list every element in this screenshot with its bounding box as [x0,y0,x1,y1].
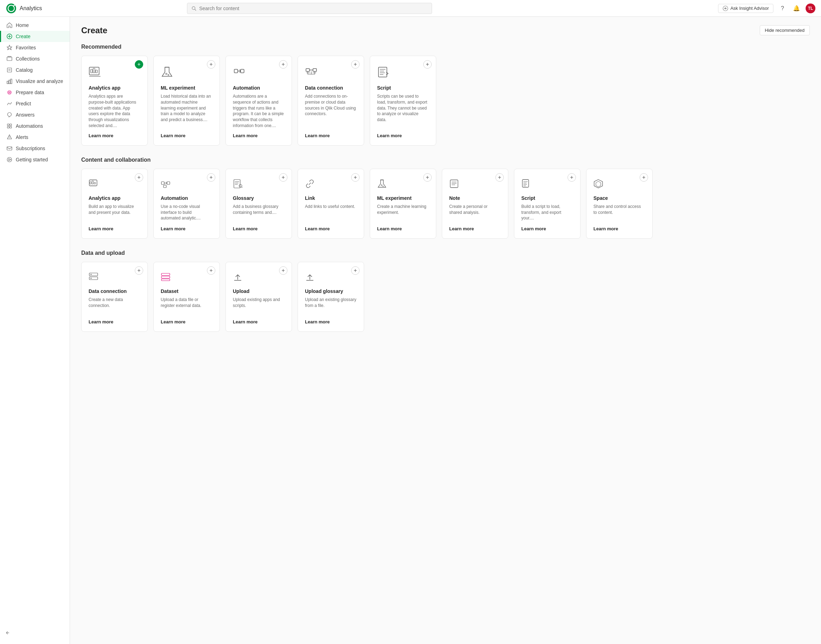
card-du-upload-glossary[interactable]: + Upload glossary Upload an existing glo… [298,262,364,332]
cc-glossary-icon [233,179,285,191]
add-cc-glossary-button[interactable]: + [279,173,287,182]
hide-recommended-button[interactable]: Hide recommended [760,25,810,35]
svg-rect-34 [91,69,92,73]
du-dataset-learn[interactable]: Learn more [161,319,213,324]
cc-analytics-app-learn[interactable]: Learn more [89,226,140,232]
add-du-upload-glossary-button[interactable]: + [351,266,359,275]
svg-rect-13 [7,68,12,72]
logo[interactable]: Analytics [6,3,42,14]
sidebar-item-favorites[interactable]: Favorites [0,42,70,53]
sidebar-item-visualize[interactable]: Visualize and analyze [0,76,70,87]
svg-rect-35 [93,68,95,73]
add-ml-experiment-button[interactable]: + [207,60,215,69]
app-name: Analytics [20,5,42,12]
search-input[interactable] [199,6,428,11]
sidebar-item-catalog[interactable]: Catalog [0,64,70,76]
add-du-dataset-button[interactable]: + [207,266,215,275]
add-analytics-app-button[interactable]: + [135,60,143,69]
cc-ml-experiment-desc: Create a machine learning experiment. [377,204,429,222]
data-connection-learn[interactable]: Learn more [305,133,357,138]
card-cc-note[interactable]: + Note Create a personal or shared analy… [442,169,508,239]
cc-note-learn[interactable]: Learn more [449,226,501,232]
svg-marker-31 [9,159,11,161]
sidebar-collapse-button[interactable] [0,627,70,638]
svg-rect-45 [313,69,316,71]
sidebar-item-alerts[interactable]: Alerts [0,132,70,143]
cc-ml-experiment-name: ML experiment [377,195,429,201]
sidebar-item-predict[interactable]: Predict [0,98,70,109]
sidebar-item-automations[interactable]: Automations [0,120,70,132]
script-name: Script [377,85,429,90]
catalog-icon [7,67,12,73]
card-script[interactable]: + Script Scripts can be used to load, tr… [370,56,436,146]
cc-ml-experiment-learn[interactable]: Learn more [377,226,429,232]
sidebar-item-create[interactable]: Create [0,31,70,42]
answers-icon [7,112,12,118]
cc-link-learn[interactable]: Learn more [305,226,357,232]
card-cc-glossary[interactable]: + Glossary Add a business glossary conta… [226,169,292,239]
add-du-data-connection-button[interactable]: + [135,266,143,275]
cc-glossary-learn[interactable]: Learn more [233,226,285,232]
card-data-connection[interactable]: + Data connection Add connections to on-… [298,56,364,146]
content-collaboration-section: Content and collaboration + Analytics ap… [81,157,810,239]
sidebar-item-prepare[interactable]: Prepare data [0,87,70,98]
automation-learn[interactable]: Learn more [233,133,285,138]
card-cc-automation[interactable]: + Automation Use a no-code visual interf… [153,169,220,239]
svg-marker-82 [594,179,603,188]
script-learn[interactable]: Learn more [377,133,429,138]
card-automation[interactable]: + Automation Automations are a sequence … [226,56,292,146]
card-cc-space[interactable]: + Space Share and control access to cont… [586,169,652,239]
analytics-app-icon [89,66,140,81]
sidebar-item-subscriptions[interactable]: Subscriptions [0,143,70,154]
svg-point-6 [725,8,726,9]
add-cc-space-button[interactable]: + [640,173,648,182]
sidebar-item-getting-started[interactable]: Getting started [0,154,70,165]
svg-rect-29 [7,147,12,150]
avatar[interactable]: TL [806,3,815,13]
card-cc-ml-experiment[interactable]: + ML experiment Create a machine learnin… [370,169,436,239]
card-analytics-app[interactable]: + Analytics app Analytics apps are purpo… [81,56,148,146]
svg-point-68 [239,184,242,187]
favorites-icon [7,45,12,51]
sidebar-item-collections[interactable]: Collections [0,53,70,64]
card-du-data-connection[interactable]: + Data connection Create a new data conn… [81,262,148,332]
sidebar-item-answers[interactable]: Answers [0,109,70,120]
sidebar-item-home[interactable]: Home [0,20,70,31]
add-cc-analytics-app-button[interactable]: + [135,173,143,182]
insight-advisor-button[interactable]: Ask Insight Advisor [718,4,773,13]
visualize-icon [7,78,12,84]
du-data-connection-learn[interactable]: Learn more [89,319,140,324]
card-du-dataset[interactable]: + Dataset Upload a data file or register… [153,262,220,332]
add-automation-button[interactable]: + [279,60,287,69]
search-bar[interactable] [187,3,432,14]
analytics-app-learn[interactable]: Learn more [89,133,140,138]
svg-rect-48 [379,67,387,77]
svg-line-22 [9,117,9,117]
card-cc-script[interactable]: + Script Build a script to load, transfo… [514,169,580,239]
cc-analytics-app-name: Analytics app [89,195,140,201]
notifications-icon[interactable]: 🔔 [792,3,801,13]
add-cc-link-button[interactable]: + [351,173,359,182]
card-cc-link[interactable]: + Link Add links to useful content. Lear… [298,169,364,239]
card-du-upload[interactable]: + Upload Upload existing apps and script… [226,262,292,332]
du-upload-learn[interactable]: Learn more [233,319,285,324]
add-script-button[interactable]: + [423,60,432,69]
add-cc-script-button[interactable]: + [568,173,576,182]
card-cc-analytics-app[interactable]: + Analytics app Build an app to visualiz… [81,169,148,239]
cc-space-learn[interactable]: Learn more [594,226,645,232]
ml-experiment-learn[interactable]: Learn more [161,133,213,138]
help-icon[interactable]: ? [778,3,787,13]
add-cc-automation-button[interactable]: + [207,173,215,182]
add-cc-ml-experiment-button[interactable]: + [423,173,432,182]
cc-automation-learn[interactable]: Learn more [161,226,213,232]
cc-script-learn[interactable]: Learn more [521,226,573,232]
layout: Home Create Favorites Collections Catalo… [0,17,821,644]
card-ml-experiment[interactable]: + ML experiment Load historical data int… [153,56,220,146]
svg-rect-36 [95,70,97,73]
add-cc-note-button[interactable]: + [496,173,504,182]
du-upload-glossary-learn[interactable]: Learn more [305,319,357,324]
svg-rect-89 [161,276,170,278]
add-du-upload-button[interactable]: + [279,266,287,275]
analytics-app-desc: Analytics apps are purpose-built applica… [89,94,140,129]
add-data-connection-button[interactable]: + [351,60,359,69]
